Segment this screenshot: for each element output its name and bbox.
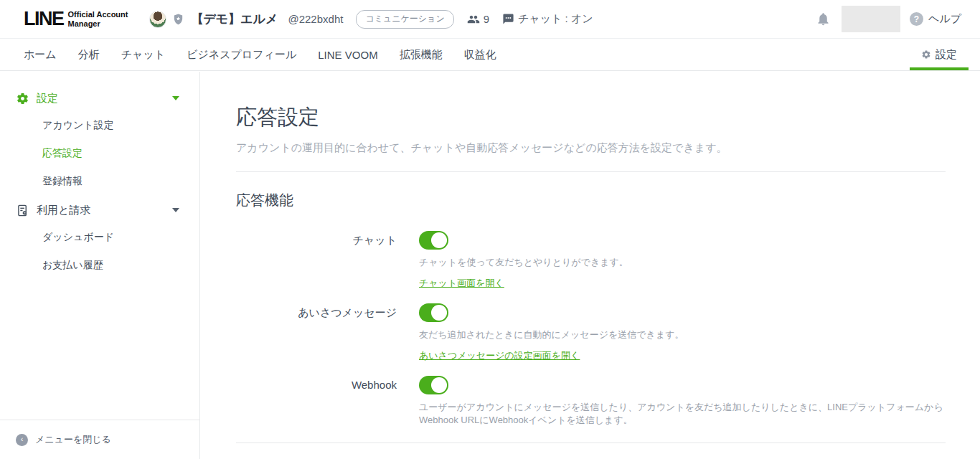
tab-analytics[interactable]: 分析 [67,39,110,70]
sidebar-group-settings-label: 設定 [37,92,58,105]
page-subtitle: アカウントの運用目的に合わせて、チャットや自動応答メッセージなどの応答方法を設定… [236,141,946,155]
masked-area [842,6,900,32]
chat-setting-description: チャットを使って友だちとやりとりができます。 [419,256,628,269]
tab-line-voom[interactable]: LINE VOOM [307,39,388,70]
page-title: 応答設定 [236,103,946,132]
tab-settings-label: 設定 [936,48,957,62]
webhook-label: Webhook [236,376,397,394]
greeting-message-label: あいさつメッセージ [236,303,397,322]
sidebar-group-billing-label: 利用と請求 [37,204,90,217]
collapse-menu-label: メニューを閉じる [35,433,111,446]
settings-sidebar: 設定 アカウント設定 応答設定 登録情報 利用と請求 ダッシュボード お支払い履… [0,72,200,459]
main-content: 応答設定 アカウントの運用目的に合わせて、チャットや自動応答メッセージなどの応答… [200,72,980,459]
sidebar-group-settings[interactable]: 設定 [0,88,199,108]
chevron-down-icon [172,96,179,100]
tab-extensions[interactable]: 拡張機能 [389,39,453,70]
chat-status: チャット : オン [502,12,593,26]
notification-bell-icon[interactable] [816,11,831,27]
open-chat-screen-link[interactable]: チャット画面を開く [419,277,504,290]
sidebar-item-payment-history[interactable]: お支払い履歴 [0,256,199,273]
chevron-down-icon [172,208,179,212]
help-label: ヘルプ [928,12,961,26]
plan-badge: コミュニケーション [356,10,453,29]
tab-home[interactable]: ホーム [13,39,67,70]
sidebar-item-registration-info[interactable]: 登録情報 [0,172,199,189]
gear-icon [16,92,29,105]
account-id: @222bxdht [288,13,343,25]
account-avatar[interactable] [149,11,166,28]
chat-status-text: チャット : オン [518,12,593,26]
verified-badge-icon [172,13,184,25]
greeting-message-toggle[interactable] [419,303,448,322]
webhook-row: Webhook ユーザーがアカウントにメッセージを送信したり、アカウントを友だち… [236,376,946,427]
line-logo-text: LINE [24,8,64,30]
tab-chat[interactable]: チャット [110,39,176,70]
greeting-message-row: あいさつメッセージ 友だち追加されたときに自動的にメッセージを送信できます。 あ… [236,303,946,362]
chat-setting-row: チャット チャットを使って友だちとやりとりができます。 チャット画面を開く [236,231,946,290]
tab-business-profile[interactable]: ビジネスプロフィール [176,39,307,70]
help-button[interactable]: ? ヘルプ [910,12,961,26]
open-greeting-settings-link[interactable]: あいさつメッセージの設定画面を開く [419,349,580,362]
tab-monetization[interactable]: 収益化 [453,39,507,70]
webhook-toggle[interactable] [419,376,448,394]
main-nav: ホーム 分析 チャット ビジネスプロフィール LINE VOOM 拡張機能 収益… [0,39,980,71]
sidebar-item-response-settings[interactable]: 応答設定 [0,144,199,161]
greeting-message-description: 友だち追加されたときに自動的にメッセージを送信できます。 [419,328,684,341]
line-logo[interactable]: LINE Official AccountManager [24,8,128,30]
webhook-description: ユーザーがアカウントにメッセージを送信したり、アカウントを友だち追加したりしたと… [419,401,946,427]
chat-bubble-icon [502,13,514,25]
app-header: LINE Official AccountManager 【デモ】エルメ @22… [0,0,980,39]
response-feature-section-title: 応答機能 [236,191,946,210]
account-name: 【デモ】エルメ [191,11,278,27]
billing-document-icon [16,204,29,217]
divider [236,443,946,443]
tab-settings[interactable]: 設定 [910,39,969,70]
active-tab-indicator [910,67,969,70]
help-icon: ? [910,12,923,26]
friends-icon [467,13,480,26]
friends-count: 9 [467,13,489,26]
chat-setting-label: チャット [236,231,397,250]
sidebar-item-account-settings[interactable]: アカウント設定 [0,116,199,133]
sidebar-item-dashboard[interactable]: ダッシュボード [0,228,199,245]
gear-icon [921,49,931,60]
sidebar-group-billing[interactable]: 利用と請求 [0,200,199,220]
divider [236,171,946,172]
line-logo-subtext: Official AccountManager [68,10,128,28]
friends-count-value: 9 [484,13,489,25]
chat-toggle[interactable] [419,231,448,250]
collapse-menu-button[interactable]: ‹ メニューを閉じる [0,420,199,459]
chevron-left-icon: ‹ [16,434,28,446]
